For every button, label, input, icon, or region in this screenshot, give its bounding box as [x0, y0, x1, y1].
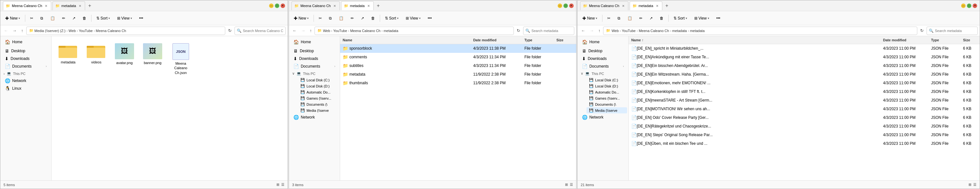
sidebar-localdisk-c-2[interactable]: 💾 Local Disk (C:) [298, 77, 339, 83]
col-type-3[interactable]: Type [929, 36, 961, 44]
sort-btn-3[interactable]: ⇅ Sort ▾ [671, 14, 690, 22]
tab-close-1[interactable]: ✕ [44, 4, 48, 8]
tab-meena-2[interactable]: 📁 Meena Caleano Ch ✕ [291, 1, 340, 10]
sidebar-item-network-1[interactable]: 🌐 Network [2, 77, 50, 85]
more-btn-1[interactable]: ••• [136, 14, 146, 22]
sidebar-item-documents-3[interactable]: 📄 Documents › [579, 62, 627, 70]
file-item-videos-1[interactable]: videos [85, 41, 108, 77]
file-row-3-9[interactable]: 📄 [DE_EN]Rätegekritzel und Chaosgeskrize… [629, 122, 980, 131]
minimize-btn-3[interactable]: — [961, 3, 966, 8]
maximize-btn-2[interactable]: □ [563, 3, 568, 8]
minimize-btn-2[interactable]: — [558, 3, 562, 8]
tab-meena-1[interactable]: 📁 Meena Caleano Ch ✕ [3, 1, 51, 10]
sidebar-item-downloads-2[interactable]: ⬇ Downloads [290, 55, 339, 62]
share-btn-3[interactable]: ↗ [647, 14, 655, 22]
delete-btn-1[interactable]: 🗑 [80, 14, 89, 22]
copy-btn-3[interactable]: ⧉ [615, 14, 623, 22]
paste-btn-3[interactable]: 📋 [625, 14, 635, 22]
file-row-3-7[interactable]: 📄 [DE_EN]MOTIVATION! Wir sehen uns ah...… [629, 105, 980, 114]
col-type-2[interactable]: Type [522, 36, 554, 44]
file-item-avatar-1[interactable]: 🖼 avatar.png [113, 41, 136, 77]
sidebar-thispc-header-1[interactable]: › 💻 This PC [0, 70, 51, 77]
view-btn-1[interactable]: ⊞ View ▾ [114, 14, 135, 22]
file-row-3-8[interactable]: 📄 [DE_EN] Odo' Cover Release Party [Ger.… [629, 114, 980, 122]
search-box-2[interactable]: 🔍 [523, 27, 574, 35]
close-btn-1[interactable]: ✕ [281, 3, 285, 8]
sidebar-item-downloads-3[interactable]: ⬇ Downloads [579, 55, 627, 62]
forward-btn-3[interactable]: → [588, 27, 595, 34]
maximize-btn-1[interactable]: □ [275, 3, 279, 8]
new-btn-3[interactable]: ✚ New ▾ [579, 14, 600, 22]
forward-btn-1[interactable]: → [11, 27, 18, 34]
sidebar-item-home-3[interactable]: 🏠 Home [579, 38, 627, 46]
up-btn-1[interactable]: ↑ [19, 27, 25, 34]
file-row-3-1[interactable]: 📄 [DE_EN]Ankündigung mit einer Tasse Te.… [629, 53, 980, 61]
sidebar-games-2[interactable]: 💾 Games (\\serv... [298, 95, 339, 101]
file-row-3-10[interactable]: 📄 [DE_EN] Steps' Original Song Release P… [629, 131, 980, 139]
col-name-3[interactable]: Name ↑ [629, 36, 880, 44]
sidebar-media-3[interactable]: 💾 Media (\\serve [587, 107, 627, 114]
view-icons-btn-3[interactable]: ⊞ [969, 183, 971, 187]
sidebar-games-3[interactable]: 💾 Games (\\serv... [587, 95, 627, 101]
close-btn-2[interactable]: ✕ [569, 3, 574, 8]
file-row-3-6[interactable]: 📄 [DE_EN]meenaSTARE - Art Stream [Germ..… [629, 96, 980, 105]
tab-meta-close-2[interactable]: ✕ [366, 4, 371, 8]
cut-btn-2[interactable]: ✂ [316, 14, 325, 22]
breadcrumb-1[interactable]: 📁 Media (\\server) (Z:) › Web › YouTube … [26, 27, 225, 35]
new-tab-btn-1[interactable]: + [86, 3, 93, 9]
file-row-3-4[interactable]: 📄 [DE_EN]Emotionen, mehr EMOTIONEN! ... … [629, 79, 980, 88]
file-item-banner-1[interactable]: 🖼 banner.png [141, 41, 164, 77]
new-tab-btn-3[interactable]: + [663, 3, 670, 9]
col-size-3[interactable]: Size [961, 36, 980, 44]
tab-close-2a[interactable]: ✕ [332, 4, 337, 8]
file-row-3-5[interactable]: 📄 [DE_EN]Korkenklopfen in still! TFT ft.… [629, 88, 980, 96]
delete-btn-2[interactable]: 🗑 [368, 14, 378, 22]
paste-btn-1[interactable]: 📋 [47, 14, 58, 22]
col-modified-3[interactable]: Date modified [880, 36, 929, 44]
sidebar-item-network-2[interactable]: 🌐 Network [290, 114, 339, 121]
sidebar-item-linux-1[interactable]: 🐧 Linux [2, 85, 50, 92]
file-row-comments[interactable]: 📁 comments 4/3/2023 11:34 PM File folder [340, 53, 576, 61]
minimize-btn-1[interactable]: — [269, 3, 274, 8]
file-row-3-2[interactable]: 📄 [DE_EN]Ein bisschen Abendgebrütel. Ar.… [629, 61, 980, 70]
back-btn-1[interactable]: ← [2, 27, 10, 34]
more-btn-2[interactable]: ••• [425, 14, 435, 22]
refresh-btn-1[interactable]: ↻ [226, 27, 233, 34]
tab-close-3a[interactable]: ✕ [621, 4, 625, 8]
sidebar-thispc-header-2[interactable]: ∨ 💻 This PC [289, 70, 340, 77]
file-row-3-0[interactable]: 📄 [DE_EN]_spricht in Miniaturbildchen_..… [629, 44, 980, 53]
sidebar-item-network-3[interactable]: 🌐 Network [579, 114, 627, 121]
new-btn-2[interactable]: ✚ New ▾ [291, 14, 312, 22]
view-btn-2[interactable]: ⊞ View ▾ [403, 14, 423, 22]
tab-metadata-3[interactable]: 📁 metadata ✕ [630, 1, 662, 10]
sidebar-item-home-1[interactable]: 🏠 Home [2, 38, 50, 46]
new-btn-1[interactable]: ✚ New ▾ [2, 14, 23, 22]
sidebar-item-home-2[interactable]: 🏠 Home [290, 38, 339, 46]
back-btn-2[interactable]: ← [291, 27, 298, 34]
copy-btn-1[interactable]: ⧉ [37, 14, 46, 22]
file-item-json-1[interactable]: JSON Meena Caleano Ch.json [169, 41, 192, 77]
maximize-btn-3[interactable]: □ [967, 3, 971, 8]
sidebar-media-2[interactable]: 💾 Media (\\serve [298, 107, 339, 114]
tab-meta-close-3[interactable]: ✕ [655, 4, 659, 8]
close-btn-3[interactable]: ✕ [973, 3, 977, 8]
rename-btn-2[interactable]: ✏ [348, 14, 357, 22]
view-list-btn-1[interactable]: ☰ [281, 183, 285, 187]
sidebar-docs-3[interactable]: 💾 Documents (\ [587, 101, 627, 107]
paste-btn-2[interactable]: 📋 [336, 14, 347, 22]
up-btn-3[interactable]: ↑ [597, 27, 602, 34]
breadcrumb-2[interactable]: 📁 Web › YouTube › Meena Caleano Ch › met… [315, 27, 514, 35]
search-box-1[interactable]: 🔍 [234, 27, 286, 35]
sidebar-item-downloads-1[interactable]: ⬇ Downloads [2, 55, 50, 62]
view-list-btn-2[interactable]: ☰ [570, 183, 573, 187]
sidebar-localdisk-c-3[interactable]: 💾 Local Disk (C:) [587, 77, 627, 83]
tab-meta-close-1[interactable]: ✕ [78, 4, 82, 8]
share-btn-2[interactable]: ↗ [358, 14, 367, 22]
cut-btn-3[interactable]: ✂ [605, 14, 613, 22]
tab-metadata-1[interactable]: 📁 metadata ✕ [52, 1, 85, 10]
rename-btn-3[interactable]: ✏ [636, 14, 645, 22]
rename-btn-1[interactable]: ✏ [59, 14, 68, 22]
view-icons-btn-2[interactable]: ⊞ [565, 183, 568, 187]
file-row-sponsorblock[interactable]: 📁 sponsorblock 4/3/2023 11:38 PM File fo… [340, 44, 576, 53]
sort-btn-1[interactable]: ⇅ Sort ▾ [94, 14, 113, 22]
